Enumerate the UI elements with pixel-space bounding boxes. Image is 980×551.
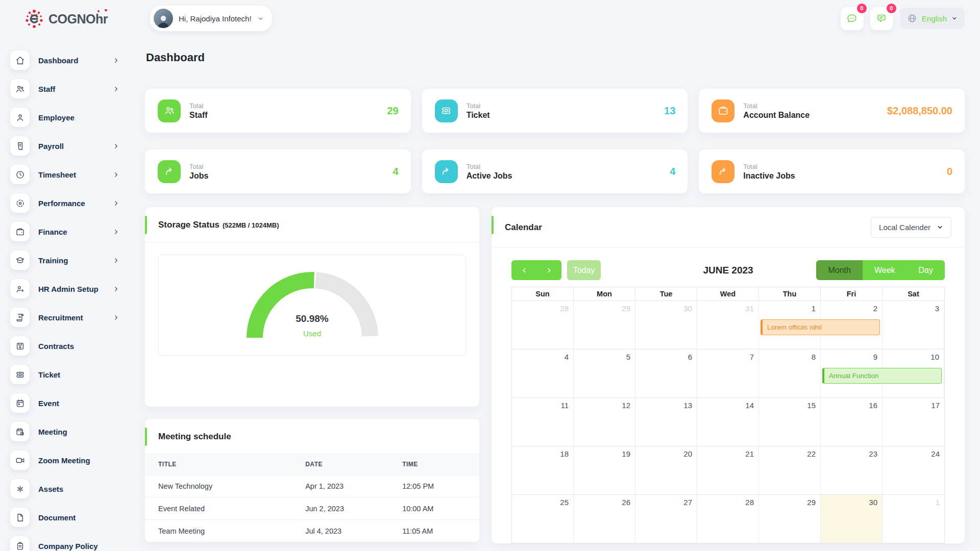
- calendar-toolbar: Today JUNE 2023 MonthWeekDay: [511, 260, 945, 280]
- calendar-day-cell[interactable]: 29: [574, 301, 635, 349]
- chat-button[interactable]: 0: [841, 7, 864, 30]
- calendar-day-cell[interactable]: 23: [821, 446, 883, 494]
- sidebar-item-zoom-meeting[interactable]: Zoom Meeting: [10, 450, 119, 470]
- calendar-day-cell[interactable]: 1: [883, 495, 944, 543]
- calendar-day-cell[interactable]: 15: [759, 398, 821, 446]
- asterisk-gear-icon: [15, 484, 25, 494]
- calendar-day-cell[interactable]: 22: [759, 446, 821, 494]
- sidebar-item-label: Assets: [38, 485, 119, 493]
- sidebar-item-event[interactable]: Event: [10, 393, 119, 413]
- calendar-day-cell[interactable]: 7: [697, 349, 759, 397]
- calendar-day-cell[interactable]: 29: [759, 495, 821, 543]
- calendar-day-cell[interactable]: 16: [821, 398, 883, 446]
- messages-button[interactable]: 0: [870, 7, 893, 30]
- meeting-cell: Team Meeting: [145, 520, 292, 542]
- view-week-button[interactable]: Week: [863, 260, 907, 280]
- language-selector[interactable]: English: [900, 8, 965, 29]
- calendar-day-cell[interactable]: 4: [512, 349, 574, 397]
- next-month-button[interactable]: [536, 260, 561, 280]
- calendar-clock-icon: [15, 427, 25, 437]
- profile-menu-button[interactable]: Hi, Rajodiya Infotech!: [150, 6, 272, 31]
- user-plus-icon: [15, 284, 25, 294]
- stat-card-value: 29: [387, 105, 398, 117]
- calendar-event[interactable]: Annual Function: [822, 368, 942, 384]
- calendar-day-cell[interactable]: 26: [574, 495, 635, 543]
- calendar-day-cell[interactable]: 21: [697, 446, 759, 494]
- calendar-day-cell[interactable]: 31: [697, 301, 759, 349]
- sidebar-item-document[interactable]: Document: [10, 508, 119, 527]
- calendar-day-cell[interactable]: 24: [883, 446, 944, 494]
- sidebar-item-hr-admin-setup[interactable]: HR Admin Setup: [10, 279, 119, 298]
- calendar-day-cell[interactable]: 30: [635, 301, 697, 349]
- calendar-day-cell[interactable]: 17: [883, 398, 944, 446]
- content-grid: Storage Status (522MB / 1024MB) 50.98% U…: [145, 207, 965, 543]
- calendar-day-cell[interactable]: 30: [821, 495, 883, 543]
- green-accent-bar: [145, 216, 147, 234]
- sidebar-item-assets[interactable]: Assets: [10, 479, 119, 498]
- sidebar-item-meeting[interactable]: Meeting: [10, 422, 119, 441]
- view-month-button[interactable]: Month: [816, 260, 862, 280]
- sidebar: COGNOhr DashboardStaffEmployeePayrollTim…: [0, 0, 133, 551]
- sidebar-item-timesheet[interactable]: Timesheet: [10, 165, 119, 184]
- greeting-text: Hi, Rajodiya Infotech!: [179, 14, 252, 23]
- calendar-day-cell[interactable]: 20: [635, 446, 697, 494]
- file-icon: [15, 513, 25, 522]
- target-icon-tile: [10, 193, 30, 213]
- calendar-day-cell[interactable]: 13: [635, 398, 697, 446]
- sidebar-item-dashboard[interactable]: Dashboard: [10, 51, 119, 70]
- sidebar-item-performance[interactable]: Performance: [10, 193, 119, 213]
- sidebar-item-label: Training: [38, 256, 113, 265]
- calendar-day-cell[interactable]: 6: [635, 349, 697, 397]
- sidebar-item-ticket[interactable]: Ticket: [10, 365, 119, 384]
- calendar-day-cell[interactable]: 14: [697, 398, 759, 446]
- sidebar-item-staff[interactable]: Staff: [10, 79, 119, 98]
- stat-card-ticket[interactable]: TotalTicket13: [422, 89, 688, 133]
- chat-bubble-icon: [846, 13, 857, 24]
- users-icon: [158, 99, 181, 122]
- meeting-row[interactable]: Event RelatedJun 2, 202310:00 AM: [145, 497, 479, 520]
- meeting-row[interactable]: New TechnologyApr 1, 202312:05 PM: [145, 475, 479, 497]
- stat-card-active-jobs[interactable]: TotalActive Jobs4: [422, 149, 688, 193]
- prev-month-button[interactable]: [511, 260, 536, 280]
- meeting-title: Meeting schedule: [158, 432, 231, 442]
- calendar-day-cell[interactable]: 19: [574, 446, 635, 494]
- calendar-week-row: 11121314151617: [512, 398, 944, 446]
- stats-grid: TotalStaff29TotalTicket13TotalAccount Ba…: [145, 89, 965, 193]
- view-day-button[interactable]: Day: [907, 260, 945, 280]
- sidebar-item-recruitment[interactable]: Recruitment: [10, 308, 119, 327]
- calendar-day-cell[interactable]: 11: [512, 398, 574, 446]
- calendar-event[interactable]: Lorem officiis nihil: [761, 319, 880, 335]
- storage-gauge: 50.98% Used: [158, 255, 466, 356]
- sidebar-item-contracts[interactable]: Contracts: [10, 336, 119, 356]
- meeting-row[interactable]: Team MeetingJul 4, 202311:05 AM: [145, 520, 479, 542]
- sidebar-item-training[interactable]: Training: [10, 251, 119, 270]
- calendar-day-cell[interactable]: 5: [574, 349, 635, 397]
- calendar-day-cell[interactable]: 27: [635, 495, 697, 543]
- stat-card-inactive-jobs[interactable]: TotalInactive Jobs0: [699, 149, 965, 193]
- calendar-day-cell[interactable]: 8: [759, 349, 821, 397]
- calendar-day-cell[interactable]: 25: [512, 495, 574, 543]
- weekday-header-thu: Thu: [759, 287, 821, 300]
- sidebar-item-company-policy[interactable]: Company Policy: [10, 536, 119, 551]
- calendar-day-cell[interactable]: 12: [574, 398, 635, 446]
- ticket-icon: [15, 370, 25, 380]
- calendar-day-cell[interactable]: 3: [883, 301, 944, 349]
- calendar-day-cell[interactable]: 28: [697, 495, 759, 543]
- stat-card-jobs[interactable]: TotalJobs4: [145, 149, 411, 193]
- sidebar-item-label: Contracts: [38, 342, 119, 350]
- stat-card-account-balance[interactable]: TotalAccount Balance$2,088,850.00: [699, 89, 965, 133]
- calendar-source-select[interactable]: Local Calender: [871, 217, 951, 238]
- brand-logo[interactable]: COGNOhr: [10, 7, 119, 31]
- video-icon: [15, 456, 25, 465]
- storage-status-card: Storage Status (522MB / 1024MB) 50.98% U…: [145, 207, 479, 407]
- sidebar-item-finance[interactable]: Finance: [10, 222, 119, 241]
- calendar-day-cell[interactable]: 18: [512, 446, 574, 494]
- stat-card-staff[interactable]: TotalStaff29: [145, 89, 411, 133]
- sidebar-item-employee[interactable]: Employee: [10, 108, 119, 127]
- today-button[interactable]: Today: [567, 260, 601, 280]
- sidebar-item-payroll[interactable]: Payroll: [10, 136, 119, 156]
- stat-card-total-label: Total: [467, 163, 512, 170]
- calendar-day-cell[interactable]: 28: [512, 301, 574, 349]
- sidebar-item-label: Document: [38, 513, 119, 522]
- calendar-source-value: Local Calender: [879, 223, 930, 232]
